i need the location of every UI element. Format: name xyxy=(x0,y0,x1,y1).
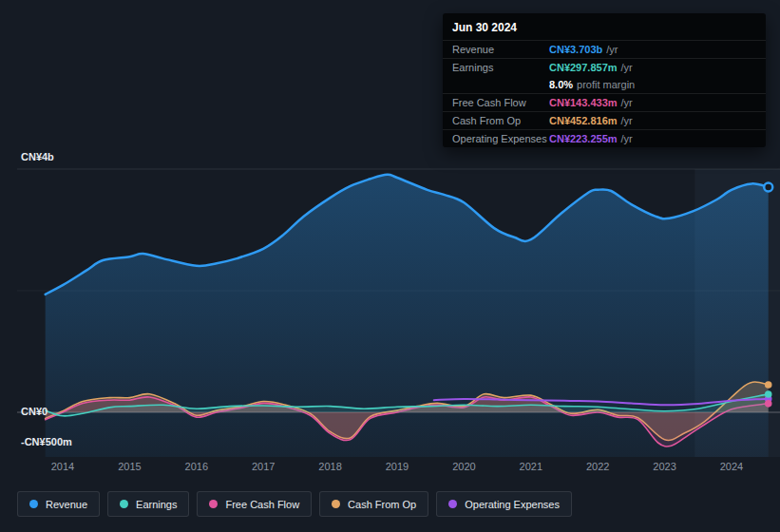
legend-label: Cash From Op xyxy=(348,499,416,510)
legend-label: Free Cash Flow xyxy=(225,499,299,510)
tooltip-suffix: /yr xyxy=(621,62,633,73)
tooltip-value: CN¥223.255m xyxy=(549,133,618,144)
legend-item-operating-expenses[interactable]: Operating Expenses xyxy=(436,491,572,517)
tooltip-value: CN¥143.433m xyxy=(549,97,618,108)
x-axis-label-2023: 2023 xyxy=(643,461,687,472)
data-tooltip: Jun 30 2024 Revenue CN¥3.703b /yr Earnin… xyxy=(443,13,766,147)
free-cash-flow-dot-icon xyxy=(209,500,218,508)
legend-item-revenue[interactable]: Revenue xyxy=(17,491,100,517)
y-axis-label-zero: CN¥0 xyxy=(21,406,48,417)
cash-from-op-dot-icon xyxy=(332,500,340,508)
revenue-endpoint-marker[interactable] xyxy=(764,183,772,192)
x-axis-label-2022: 2022 xyxy=(576,461,619,472)
earnings-endpoint-marker[interactable] xyxy=(765,390,772,398)
tooltip-value: CN¥3.703b xyxy=(549,44,602,55)
tooltip-suffix: /yr xyxy=(621,97,633,108)
legend-item-earnings[interactable]: Earnings xyxy=(107,491,189,517)
cash_from_op-endpoint-marker[interactable] xyxy=(765,381,772,389)
tooltip-suffix: /yr xyxy=(621,133,633,144)
legend-label: Revenue xyxy=(46,499,87,510)
tooltip-suffix: /yr xyxy=(606,44,618,55)
x-axis-label-2017: 2017 xyxy=(241,461,285,472)
chart-panel: CN¥4b CN¥0 -CN¥500m 20142015201620172018… xyxy=(0,0,780,532)
tooltip-label: Revenue xyxy=(452,44,549,55)
earnings-dot-icon xyxy=(120,500,128,508)
tooltip-label: Free Cash Flow xyxy=(452,97,549,108)
tooltip-date: Jun 30 2024 xyxy=(443,13,766,41)
legend-label: Operating Expenses xyxy=(465,499,560,510)
y-axis-label-4b: CN¥4b xyxy=(21,151,54,162)
x-axis-label-2015: 2015 xyxy=(107,461,151,472)
tooltip-suffix: profit margin xyxy=(577,79,635,90)
legend-item-cash-from-op[interactable]: Cash From Op xyxy=(319,491,428,517)
x-axis-label-2016: 2016 xyxy=(175,461,219,472)
x-axis-label-2024: 2024 xyxy=(710,461,753,472)
tooltip-value: CN¥297.857m xyxy=(549,62,618,73)
tooltip-value: CN¥452.816m xyxy=(549,115,618,126)
tooltip-row-profit-margin: 8.0% profit margin xyxy=(443,76,766,94)
tooltip-row-cash-from-op: Cash From Op CN¥452.816m /yr xyxy=(443,112,766,130)
tooltip-label: Earnings xyxy=(452,62,549,73)
tooltip-row-operating-expenses: Operating Expenses CN¥223.255m /yr xyxy=(443,130,766,147)
y-axis-label-neg500m: -CN¥500m xyxy=(21,436,72,447)
legend-item-free-cash-flow[interactable]: Free Cash Flow xyxy=(197,491,312,517)
tooltip-row-free-cash-flow: Free Cash Flow CN¥143.433m /yr xyxy=(443,94,766,112)
x-axis-label-2019: 2019 xyxy=(375,461,419,472)
legend-label: Earnings xyxy=(136,499,177,510)
revenue-dot-icon xyxy=(29,500,38,508)
x-axis-label-2020: 2020 xyxy=(442,461,485,472)
tooltip-row-earnings: Earnings CN¥297.857m /yr xyxy=(443,59,766,76)
tooltip-row-revenue: Revenue CN¥3.703b /yr xyxy=(443,41,766,59)
x-axis-label-2021: 2021 xyxy=(509,461,553,472)
x-axis-label-2014: 2014 xyxy=(41,461,85,472)
tooltip-value: 8.0% xyxy=(549,79,573,90)
operating-expenses-dot-icon xyxy=(448,500,457,508)
legend: Revenue Earnings Free Cash Flow Cash Fro… xyxy=(17,491,572,517)
x-axis-label-2018: 2018 xyxy=(309,461,352,472)
free_cash_flow-endpoint-marker[interactable] xyxy=(765,400,772,408)
tooltip-suffix: /yr xyxy=(621,115,633,126)
tooltip-label: Operating Expenses xyxy=(452,133,549,144)
tooltip-label: Cash From Op xyxy=(452,115,549,126)
